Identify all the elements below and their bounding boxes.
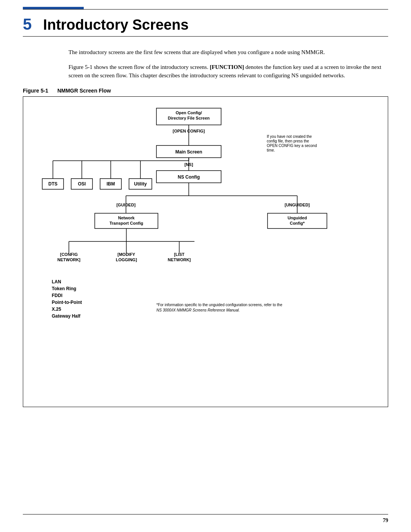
svg-text:[LIST: [LIST: [174, 252, 185, 257]
svg-text:If you have not created the: If you have not created the: [267, 134, 312, 139]
chapter-number: 5: [23, 16, 32, 32]
svg-text:Unguided: Unguided: [288, 216, 307, 220]
svg-text:OPEN CONFIG key a second: OPEN CONFIG key a second: [267, 144, 317, 148]
svg-text:NS Config: NS Config: [178, 174, 200, 180]
svg-text:Config*: Config*: [290, 221, 305, 225]
svg-text:Gateway Half: Gateway Half: [52, 313, 81, 319]
svg-text:LOGGING]: LOGGING]: [116, 257, 137, 262]
svg-text:Main Screen: Main Screen: [175, 149, 202, 155]
svg-text:OSI: OSI: [78, 181, 86, 187]
page: 5 Introductory Screens The introductory …: [0, 7, 411, 532]
intro-paragraph-1: The introductory screens are the first f…: [68, 48, 388, 57]
intro-paragraph-2: Figure 5-1 shows the screen flow of the …: [68, 63, 388, 80]
figure-label-row: Figure 5-1 NMMGR Screen Flow: [23, 88, 388, 94]
header-rule: [23, 36, 388, 37]
svg-text:*For information specific to t: *For information specific to the unguide…: [156, 303, 282, 307]
footer: 79: [0, 514, 411, 524]
chapter-title: Introductory Screens: [43, 18, 188, 32]
svg-text:DTS: DTS: [48, 181, 57, 187]
svg-text:Token Ring: Token Ring: [52, 286, 76, 291]
content-area: The introductory screens are the first f…: [0, 48, 411, 407]
page-number: 79: [383, 518, 388, 524]
svg-text:LAN: LAN: [52, 279, 61, 284]
flowchart: Open Config/ Directory File Screen [OPEN…: [31, 104, 380, 399]
figure-box: Open Config/ Directory File Screen [OPEN…: [23, 96, 388, 407]
svg-text:Utility: Utility: [134, 181, 147, 187]
svg-text:Point-to-Point: Point-to-Point: [52, 300, 82, 305]
svg-text:[CONFIG: [CONFIG: [60, 252, 78, 257]
svg-text:NETWORK]: NETWORK]: [57, 257, 81, 262]
figure-label: Figure 5-1: [23, 88, 48, 94]
svg-text:Open Config/: Open Config/: [175, 110, 202, 115]
figure-title: NMMGR Screen Flow: [57, 88, 111, 94]
svg-text:FDDI: FDDI: [52, 293, 62, 298]
svg-text:[MODIFY: [MODIFY: [118, 252, 135, 257]
svg-text:time.: time.: [267, 148, 275, 152]
svg-text:Directory File Screen: Directory File Screen: [168, 116, 210, 120]
svg-text:Transport Config: Transport Config: [110, 221, 143, 225]
footer-content: 79: [0, 518, 411, 524]
svg-text:X.25: X.25: [52, 307, 61, 312]
svg-text:NS 3000/iX NMMGR Screens Refer: NS 3000/iX NMMGR Screens Reference Manua…: [156, 308, 240, 312]
svg-text:config file, then press the: config file, then press the: [267, 139, 309, 143]
chapter-header: 5 Introductory Screens: [0, 10, 411, 36]
svg-text:Network: Network: [118, 216, 135, 220]
svg-text:NETWORK]: NETWORK]: [168, 257, 191, 262]
footer-rule: [23, 514, 388, 514]
svg-text:IBM: IBM: [107, 181, 115, 187]
